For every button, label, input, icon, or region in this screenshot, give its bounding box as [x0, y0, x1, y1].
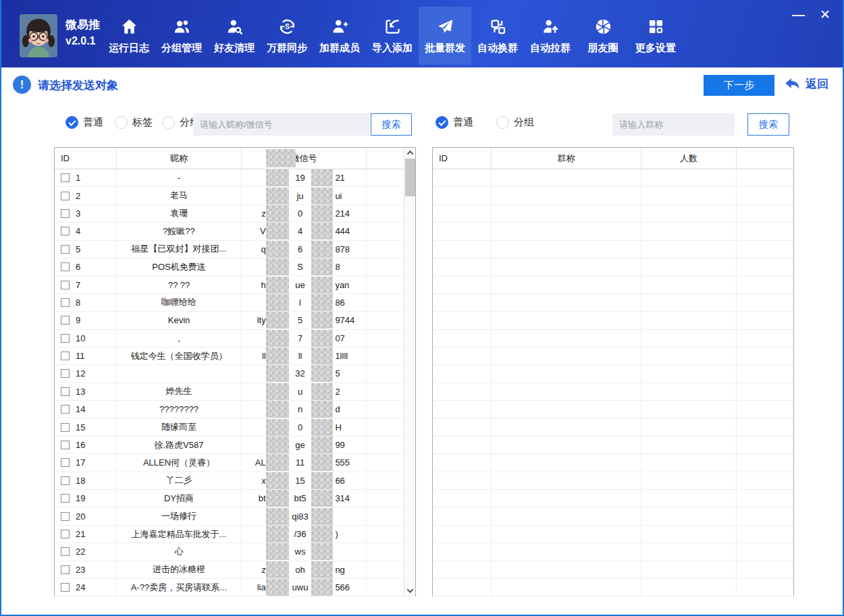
table-row[interactable]: 2老马juui [55, 187, 415, 204]
row-checkbox[interactable] [61, 245, 70, 254]
table-row[interactable]: 13烨先生u2 [55, 383, 415, 401]
nav-item-label: 好友清理 [214, 42, 255, 55]
table-row[interactable]: 14????????nd [55, 401, 415, 418]
nav-item-person-add[interactable]: 加群成员 [313, 7, 366, 65]
nav-item-swap-group[interactable]: 自动换群 [471, 7, 524, 65]
row-checkbox[interactable] [61, 352, 70, 360]
row-id: 10 [76, 333, 85, 343]
left-filter-radio-1[interactable]: 普通 [65, 116, 103, 129]
table-row[interactable]: 20一场修行qi83 [55, 507, 415, 525]
wechat-id-cell: hueyan [242, 276, 367, 293]
row-checkbox[interactable] [61, 423, 70, 432]
empty-table-row [433, 169, 793, 187]
table-row[interactable]: 8咖喱给给l86 [55, 294, 415, 312]
scrollbar-up-arrow[interactable] [404, 148, 415, 158]
table-row[interactable]: 3袁珊z0214 [55, 205, 415, 223]
row-checkbox[interactable] [61, 476, 70, 485]
alert-icon: ! [13, 76, 31, 94]
id-cell: 16 [55, 437, 117, 453]
empty-cell [492, 187, 641, 204]
row-checkbox[interactable] [61, 209, 70, 218]
row-checkbox[interactable] [61, 565, 70, 574]
nav-item-more-grid[interactable]: 更多设置 [629, 7, 682, 65]
row-checkbox[interactable] [61, 494, 70, 503]
nav-item-moments[interactable]: 朋友圈 [577, 7, 629, 65]
row-checkbox[interactable] [61, 405, 70, 414]
row-checkbox[interactable] [61, 227, 70, 235]
nav-item-import[interactable]: 导入添加 [366, 7, 419, 65]
row-checkbox[interactable] [61, 512, 70, 521]
nav-item-person-search[interactable]: 好友清理 [208, 7, 261, 65]
table-row[interactable]: 7?? ??hueyan [55, 276, 415, 293]
table-row[interactable]: 21上海嘉定精品车批发于.../36) [55, 526, 415, 543]
friend-search-input[interactable] [193, 113, 369, 136]
table-row[interactable]: 17ALLEN何（灵睿）AL11555 [55, 454, 415, 472]
friends-table-scrollbar[interactable] [404, 148, 415, 596]
friend-search-button[interactable]: 搜索 [371, 113, 412, 136]
table-row[interactable]: 6POS机免费送S8 [55, 258, 415, 276]
row-checkbox[interactable] [61, 281, 70, 289]
scrollbar-down-arrow[interactable] [404, 586, 415, 596]
empty-cell [492, 223, 641, 240]
table-row[interactable]: 4?鮟嗽??V4444 [55, 223, 415, 240]
row-checkbox[interactable] [61, 441, 70, 449]
row-checkbox[interactable] [61, 316, 70, 325]
table-row[interactable]: 9Kevinlty59744 [55, 312, 415, 329]
left-filter-radio-2[interactable]: 标签 [115, 116, 153, 129]
nav-item-home[interactable]: 运行日志 [103, 7, 155, 65]
privacy-mosaic [311, 508, 333, 525]
radio-unchecked-icon[interactable] [162, 116, 175, 129]
table-row[interactable]: 22心ws [55, 543, 415, 561]
row-id: 9 [76, 315, 80, 325]
empty-table-row [433, 472, 793, 490]
row-checkbox[interactable] [61, 262, 70, 271]
table-row[interactable]: 16徐.路虎V587ge99 [55, 437, 415, 454]
wechat-id-cell: /36) [242, 526, 367, 542]
right-filter-radio-1[interactable]: 普通 [436, 116, 473, 129]
empty-cell [433, 472, 492, 489]
row-checkbox[interactable] [61, 547, 70, 556]
row-checkbox[interactable] [61, 458, 70, 467]
row-checkbox[interactable] [61, 387, 70, 396]
nickname-cell: 丫二彡 [117, 472, 242, 489]
close-button[interactable]: ✕ [820, 7, 830, 23]
radio-checked-icon[interactable] [65, 116, 78, 129]
table-row[interactable]: 1-1921 [55, 169, 415, 187]
empty-cell [641, 401, 737, 418]
table-row[interactable]: 15随缘而至0H [55, 418, 415, 436]
minimize-button[interactable]: — [792, 7, 805, 23]
nav-item-person-up[interactable]: 自动拉群 [524, 7, 577, 65]
table-row[interactable]: 5福星【已双封】对接团...q6878 [55, 241, 415, 258]
table-row[interactable]: 12325 [55, 365, 415, 383]
group-search-button[interactable]: 搜索 [747, 113, 789, 136]
row-checkbox[interactable] [61, 173, 70, 182]
nav-item-group[interactable]: 分组管理 [155, 7, 208, 65]
row-checkbox[interactable] [61, 192, 70, 200]
wechat-id-masked: juui [242, 187, 366, 204]
row-checkbox[interactable] [61, 334, 70, 343]
table-row[interactable]: 11钱定今生（全国收学员）llll1llll [55, 347, 415, 365]
radio-unchecked-icon[interactable] [115, 116, 128, 129]
table-row[interactable]: 19DY招商btbt5314 [55, 490, 415, 507]
next-step-button[interactable]: 下一步 [704, 75, 774, 96]
scrollbar-thumb[interactable] [405, 159, 415, 196]
wechat-fragment: 5 [289, 315, 312, 325]
radio-unchecked-icon[interactable] [496, 116, 509, 129]
right-filter-radio-2[interactable]: 分组 [496, 116, 534, 129]
back-button[interactable]: 返回 [783, 75, 828, 93]
row-id: 17 [76, 457, 85, 468]
table-row[interactable]: 24A-??卖房，买房请联系...liauwu566 [55, 579, 415, 596]
row-checkbox[interactable] [61, 583, 70, 592]
table-row[interactable]: 18丫二彡x1566 [55, 472, 415, 490]
table-row[interactable]: 10,707 [55, 330, 415, 347]
nav-item-sync[interactable]: S万群同步 [261, 7, 313, 65]
radio-checked-icon[interactable] [436, 116, 448, 129]
empty-cell [492, 490, 641, 507]
row-checkbox[interactable] [61, 369, 70, 378]
group-search-input[interactable] [612, 113, 735, 136]
wechat-id-masked: nd [242, 401, 366, 418]
nav-item-send[interactable]: 批量群发 [419, 7, 471, 65]
table-row[interactable]: 23进击的冰糖橙zohng [55, 561, 415, 579]
row-checkbox[interactable] [61, 298, 70, 307]
row-checkbox[interactable] [61, 530, 70, 538]
